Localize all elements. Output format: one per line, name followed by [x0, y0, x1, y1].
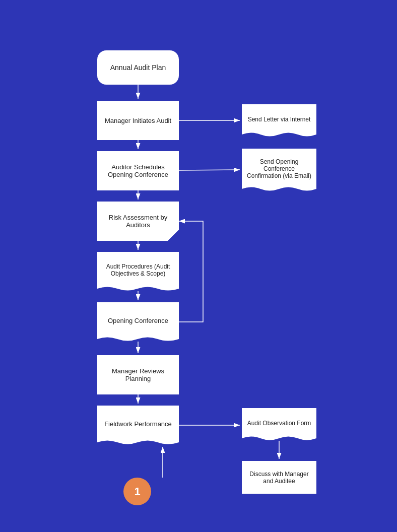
manager-reviews-box: Manager Reviews Planning — [97, 355, 179, 394]
annual-audit-plan-box: Annual Audit Plan — [97, 50, 179, 85]
risk-assessment-box: Risk Assessment by Auditors — [97, 202, 179, 241]
fieldwork-label: Fieldwork Performance — [104, 420, 172, 428]
auditor-schedules-label: Auditor Schedules Opening Conference — [101, 163, 175, 178]
circle-connector-1: 1 — [123, 478, 151, 505]
discuss-label: Discuss with Manager and Auditee — [246, 471, 312, 485]
send-letter-box: Send Letter via Internet — [242, 104, 316, 137]
circle-label: 1 — [134, 485, 140, 498]
send-opening-box: Send Opening Conference Confirmation (vi… — [242, 149, 316, 191]
manager-initiates-box: Manager Initiates Audit — [97, 101, 179, 140]
opening-conference-label: Opening Conference — [108, 317, 168, 324]
manager-initiates-label: Manager Initiates Audit — [105, 117, 171, 124]
fieldwork-box: Fieldwork Performance — [97, 406, 179, 445]
svg-line-10 — [179, 170, 240, 170]
auditor-schedules-box: Auditor Schedules Opening Conference — [97, 151, 179, 190]
send-opening-label: Send Opening Conference Confirmation (vi… — [246, 158, 312, 179]
opening-conference-box: Opening Conference — [97, 302, 179, 342]
audit-procedures-label: Audit Procedures (Audit Objectives & Sco… — [101, 263, 175, 277]
manager-reviews-label: Manager Reviews Planning — [101, 367, 175, 382]
audit-procedures-box: Audit Procedures (Audit Objectives & Sco… — [97, 252, 179, 291]
audit-observation-box: Audit Observation Form — [242, 408, 316, 441]
risk-assessment-label: Risk Assessment by Auditors — [101, 214, 175, 229]
audit-observation-label: Audit Observation Form — [247, 420, 311, 427]
send-letter-label: Send Letter via Internet — [248, 116, 311, 123]
discuss-box: Discuss with Manager and Auditee — [242, 461, 316, 494]
annual-audit-plan-label: Annual Audit Plan — [110, 63, 166, 72]
